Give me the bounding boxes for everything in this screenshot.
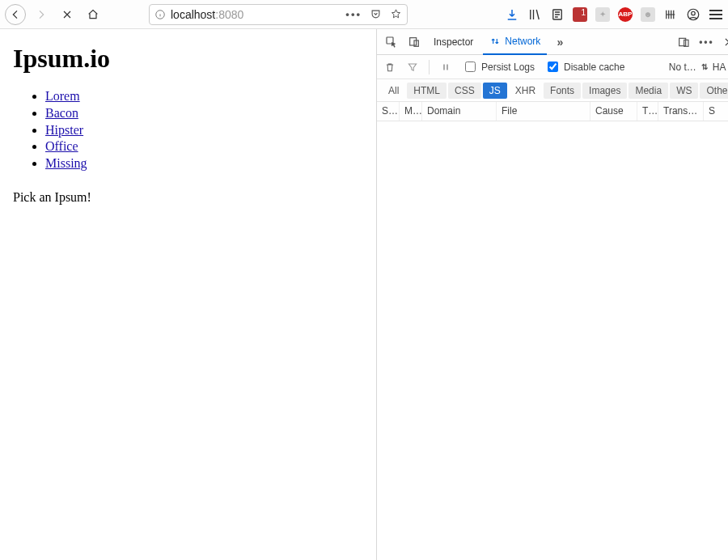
tab-network[interactable]: Network [483, 29, 547, 55]
persist-logs-checkbox[interactable]: Persist Logs [462, 59, 535, 74]
filter-other[interactable]: Other [700, 83, 728, 99]
filter-requests-icon[interactable] [406, 61, 419, 74]
filter-ws[interactable]: WS [670, 83, 698, 99]
network-columns: S… Met Domain File Cause T… Transf… S [377, 102, 728, 121]
col-domain[interactable]: Domain [422, 102, 497, 121]
col-cause[interactable]: Cause [590, 102, 637, 121]
downloads-icon[interactable] [505, 7, 519, 22]
throttle-select[interactable]: No t… [669, 62, 696, 73]
col-transferred[interactable]: Transf… [658, 102, 704, 121]
tabs-overflow-icon[interactable]: » [550, 32, 569, 52]
url-bar[interactable]: localhost:8080 ••• [149, 4, 408, 25]
pocket-icon[interactable] [370, 8, 382, 20]
link-bacon[interactable]: Bacon [45, 106, 78, 120]
urlbar-actions: ••• [345, 8, 402, 20]
disable-cache-label: Disable cache [564, 62, 624, 73]
element-picker-icon[interactable] [382, 32, 401, 52]
responsive-mode-icon[interactable] [404, 32, 424, 52]
filter-media[interactable]: Media [629, 83, 668, 99]
dock-side-icon[interactable] [674, 32, 693, 52]
network-controls: Persist Logs Disable cache No t… ⇅ HA ⇅ [377, 55, 728, 79]
extension-grid-icon[interactable] [663, 7, 678, 22]
svg-rect-5 [410, 37, 417, 45]
page-body-text: Pick an Ipsum! [13, 190, 363, 205]
col-method[interactable]: Met [400, 102, 422, 121]
site-info-icon[interactable] [154, 9, 166, 20]
filter-html[interactable]: HTML [407, 83, 447, 99]
link-lorem[interactable]: Lorem [45, 89, 80, 103]
tab-inspector[interactable]: Inspector [427, 29, 480, 55]
page-title: Ipsum.io [13, 44, 363, 74]
abp-icon[interactable]: ABP [618, 7, 633, 22]
extension-badge-red[interactable]: 1 [573, 7, 587, 22]
devtools-tabbar: Inspector Network » ••• [377, 29, 728, 55]
svg-point-3 [692, 11, 696, 15]
bookmark-star-icon[interactable] [390, 8, 402, 20]
page-content: Ipsum.io Lorem Bacon Hipster Office Miss… [0, 29, 376, 560]
disable-cache-checkbox[interactable]: Disable cache [544, 59, 624, 74]
har-select[interactable]: HA [713, 62, 726, 73]
col-status[interactable]: S… [377, 102, 400, 121]
ipsum-link-list: Lorem Bacon Hipster Office Missing [13, 88, 363, 172]
browser-toolbar: localhost:8080 ••• 1 ✦ ABP ☻ [0, 0, 728, 29]
close-devtools-icon[interactable] [719, 32, 728, 52]
tab-network-label: Network [505, 36, 540, 47]
forward-button[interactable] [31, 4, 52, 25]
filter-xhr[interactable]: XHR [509, 83, 542, 99]
filter-images[interactable]: Images [582, 83, 627, 99]
tab-inspector-label: Inspector [434, 36, 473, 48]
devtools-menu-icon[interactable]: ••• [696, 32, 716, 52]
url-text: localhost:8080 [171, 8, 341, 21]
link-hipster[interactable]: Hipster [45, 123, 83, 137]
extension-ghost-icon[interactable]: ☻ [641, 7, 655, 22]
toolbar-extension-icons: 1 ✦ ABP ☻ [505, 7, 723, 22]
account-icon[interactable] [686, 7, 700, 22]
filter-all[interactable]: All [382, 83, 405, 99]
url-host: localhost [171, 8, 215, 21]
reader-icon[interactable] [550, 7, 565, 22]
network-icon [489, 36, 501, 47]
filter-css[interactable]: CSS [448, 83, 481, 99]
library-icon[interactable] [527, 7, 542, 22]
clear-requests-icon[interactable] [383, 61, 396, 74]
persist-logs-label: Persist Logs [481, 62, 535, 73]
link-missing[interactable]: Missing [45, 156, 87, 170]
extension-grey-1[interactable]: ✦ [595, 7, 610, 22]
network-request-list [377, 121, 728, 560]
network-type-filters: All HTML CSS JS XHR Fonts Images Media W… [377, 79, 728, 102]
col-file[interactable]: File [497, 102, 590, 121]
filter-fonts[interactable]: Fonts [544, 83, 581, 99]
devtools-panel: Inspector Network » ••• [376, 29, 728, 560]
home-button[interactable] [83, 4, 104, 25]
url-port: :8080 [215, 8, 243, 21]
page-actions-icon[interactable]: ••• [345, 8, 362, 20]
throttle-caret-icon: ⇅ [701, 62, 708, 71]
menu-icon[interactable] [709, 7, 723, 22]
stop-button[interactable] [57, 4, 78, 25]
link-office[interactable]: Office [45, 139, 78, 153]
col-size[interactable]: S [704, 102, 715, 121]
filter-js[interactable]: JS [483, 83, 507, 99]
pause-recording-icon[interactable] [439, 61, 452, 74]
col-type[interactable]: T… [637, 102, 658, 121]
back-button[interactable] [5, 4, 26, 25]
